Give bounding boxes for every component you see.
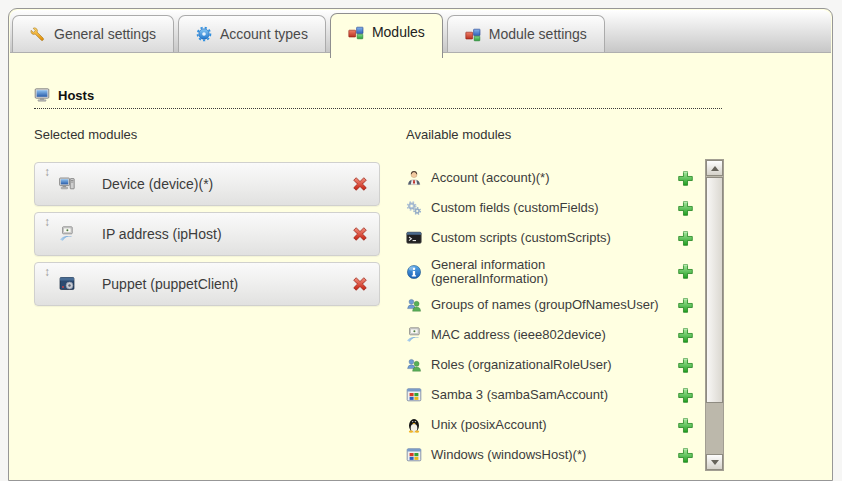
- module-label: Custom fields (customFields): [431, 201, 599, 215]
- module-label: General information (generalInformation): [431, 258, 659, 285]
- module-label: Account (account)(*): [431, 171, 550, 185]
- scroll-thumb[interactable]: [706, 177, 723, 403]
- selected-module-row-device[interactable]: ↕ Device (device)(*): [34, 162, 380, 206]
- available-module-row-unix: Unix (posixAccount): [406, 415, 698, 435]
- add-module-button[interactable]: [677, 387, 694, 404]
- remove-module-button[interactable]: [351, 225, 369, 243]
- available-module-row-custom-fields: Custom fields (customFields): [406, 198, 698, 218]
- account-types-gear-icon: [196, 26, 212, 42]
- add-module-button[interactable]: [677, 170, 694, 187]
- module-label: Roles (organizationalRoleUser): [431, 358, 612, 372]
- groups-of-names-people-icon: [406, 297, 422, 313]
- available-module-row-general-information: General information (generalInformation): [406, 258, 698, 285]
- module-label: IP address (ipHost): [102, 226, 222, 242]
- remove-icon: [351, 225, 369, 243]
- puppet-icon: [59, 276, 75, 292]
- selected-module-row-puppet[interactable]: ↕ Puppet (puppetClient): [34, 262, 380, 306]
- drag-handle-icon[interactable]: ↕: [44, 266, 50, 278]
- add-module-button[interactable]: [677, 417, 694, 434]
- add-icon: [677, 387, 694, 404]
- add-icon: [677, 200, 694, 217]
- wrench-icon: [30, 26, 46, 42]
- module-label: Custom scripts (customScripts): [431, 231, 611, 245]
- unix-tux-icon: [406, 417, 422, 433]
- add-module-button[interactable]: [677, 297, 694, 314]
- remove-icon: [351, 275, 369, 293]
- tab-account-types[interactable]: Account types: [178, 15, 326, 52]
- add-module-button[interactable]: [677, 447, 694, 464]
- samba-windows-icon: [406, 387, 422, 403]
- tab-modules[interactable]: Modules: [330, 13, 443, 58]
- selected-module-row-ip-address[interactable]: ↕ IP address (ipHost): [34, 212, 380, 256]
- section-hosts-header: Hosts: [34, 87, 722, 109]
- settings-window: General settings Account types Modules M…: [8, 8, 833, 481]
- available-module-row-samba-3: Samba 3 (sambaSamAccount): [406, 385, 698, 405]
- available-modules-column: Available modules Account (account)(*) C…: [406, 127, 724, 464]
- selected-modules-column: Selected modules ↕ Device (device)(*) ↕ …: [34, 127, 380, 464]
- custom-scripts-terminal-icon: [406, 230, 422, 246]
- add-icon: [677, 263, 694, 280]
- module-label: MAC address (ieee802device): [431, 328, 606, 342]
- module-label: Samba 3 (sambaSamAccount): [431, 388, 608, 402]
- available-modules-list: Account (account)(*) Custom fields (cust…: [406, 161, 698, 464]
- modules-tab-content: Hosts Selected modules ↕ Device (device)…: [9, 87, 832, 464]
- remove-module-button[interactable]: [351, 175, 369, 193]
- remove-module-button[interactable]: [351, 275, 369, 293]
- triangle-up-icon: [711, 166, 719, 171]
- account-person-icon: [406, 170, 422, 186]
- available-module-row-groups-of-names: Groups of names (groupOfNamesUser): [406, 295, 698, 315]
- module-label: Device (device)(*): [102, 176, 213, 192]
- available-module-row-windows: Windows (windowsHost)(*): [406, 445, 698, 464]
- selected-modules-list: ↕ Device (device)(*) ↕ IP address (ipHos…: [34, 162, 380, 306]
- mac-address-computer-icon: [406, 327, 422, 343]
- add-module-button[interactable]: [677, 357, 694, 374]
- add-icon: [677, 297, 694, 314]
- add-icon: [677, 170, 694, 187]
- add-module-button[interactable]: [677, 263, 694, 280]
- add-module-button[interactable]: [677, 327, 694, 344]
- add-icon: [677, 417, 694, 434]
- tab-general-settings[interactable]: General settings: [12, 15, 174, 52]
- drag-handle-icon[interactable]: ↕: [44, 166, 50, 178]
- scroll-up-button[interactable]: [706, 160, 723, 176]
- device-icon: [59, 176, 75, 192]
- add-module-button[interactable]: [677, 200, 694, 217]
- modules-cubes-icon: [348, 24, 364, 40]
- add-icon: [677, 447, 694, 464]
- tab-label: Module settings: [489, 26, 587, 42]
- add-icon: [677, 327, 694, 344]
- tab-label: General settings: [54, 26, 156, 42]
- module-settings-cubes-icon: [465, 26, 481, 42]
- custom-fields-gears-icon: [406, 200, 422, 216]
- tab-label: Modules: [372, 24, 425, 40]
- roles-people-icon: [406, 357, 422, 373]
- tab-module-settings[interactable]: Module settings: [447, 15, 605, 52]
- module-label: Puppet (puppetClient): [102, 276, 238, 292]
- host-monitor-icon: [34, 87, 50, 103]
- add-icon: [677, 357, 694, 374]
- scrollbar[interactable]: [705, 159, 724, 471]
- available-module-row-mac-address: MAC address (ieee802device): [406, 325, 698, 345]
- scroll-down-button[interactable]: [706, 454, 723, 470]
- drag-handle-icon[interactable]: ↕: [44, 216, 50, 228]
- remove-icon: [351, 175, 369, 193]
- add-module-button[interactable]: [677, 230, 694, 247]
- tab-label: Account types: [220, 26, 308, 42]
- available-modules-heading: Available modules: [406, 127, 724, 142]
- section-title: Hosts: [58, 88, 94, 103]
- windows-flag-icon: [406, 447, 422, 463]
- module-label: Windows (windowsHost)(*): [431, 448, 586, 462]
- add-icon: [677, 230, 694, 247]
- selected-modules-heading: Selected modules: [34, 127, 380, 142]
- available-module-row-custom-scripts: Custom scripts (customScripts): [406, 228, 698, 248]
- ip-address-icon: [59, 226, 75, 242]
- available-module-row-account: Account (account)(*): [406, 168, 698, 188]
- triangle-down-icon: [711, 460, 719, 465]
- available-module-row-roles: Roles (organizationalRoleUser): [406, 355, 698, 375]
- module-label: Groups of names (groupOfNamesUser): [431, 298, 659, 312]
- tab-bar: General settings Account types Modules M…: [10, 10, 831, 53]
- general-information-info-icon: [406, 264, 422, 280]
- module-label: Unix (posixAccount): [431, 418, 547, 432]
